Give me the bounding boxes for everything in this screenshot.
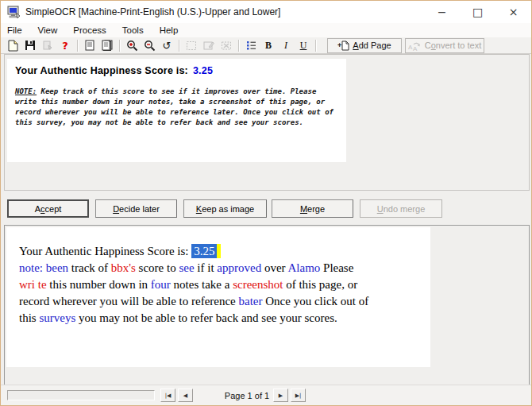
ocr-word: track of xyxy=(68,261,108,274)
add-page-icon: + xyxy=(337,41,349,51)
scanned-page-image[interactable]: Your Authentic Happiness Score is:3.25 N… xyxy=(7,59,346,162)
add-page-button[interactable]: + Add Page xyxy=(327,38,402,53)
maximize-button[interactable]: □ xyxy=(460,1,495,23)
scan-header-text: Your Authentic Happiness Score is: xyxy=(15,65,188,76)
toolbar-separator xyxy=(179,40,179,52)
save-icon[interactable] xyxy=(21,39,39,52)
ocr-text-area[interactable]: Your Authentic Happiness Score is: 3.25 … xyxy=(6,227,430,367)
scan-score: 3.25 xyxy=(193,65,213,76)
next-page-button[interactable]: ▶ xyxy=(273,389,288,402)
app-icon xyxy=(7,6,21,19)
open-page-icon[interactable] xyxy=(81,39,98,52)
first-page-button[interactable]: |◀ xyxy=(160,389,175,402)
menu-help[interactable]: Help xyxy=(160,24,185,37)
window-title: SimpleOCR [Machine-Print-English (U.S.)-… xyxy=(25,6,280,17)
convert-to-text-label: Convert to text xyxy=(425,41,482,50)
accept-button[interactable]: Accept xyxy=(7,199,89,218)
zoom-out-icon[interactable] xyxy=(141,39,158,52)
ocr-word: bbx's xyxy=(108,261,136,274)
ocr-word: note: been xyxy=(19,261,68,274)
undo-merge-button[interactable]: Undo merge xyxy=(360,199,442,218)
scan-note-line: this survey, you may not be able to refe… xyxy=(15,118,346,128)
ocr-word: of this page, or xyxy=(283,278,357,291)
progress-strip xyxy=(7,390,155,400)
status-bar: |◀ ◀ Page 1 of 1 ▶ ▶| xyxy=(1,385,531,405)
score-highlight[interactable]: 3.25 xyxy=(191,244,221,258)
svg-text:A: A xyxy=(413,45,418,51)
toolbar: ? ↺ B I U xyxy=(1,37,531,54)
menu-file[interactable]: File xyxy=(7,24,29,37)
rotate-icon[interactable]: ↺ xyxy=(158,39,175,52)
minimize-button[interactable]: − xyxy=(424,1,460,23)
toolbar-separator xyxy=(77,40,78,52)
merge-button[interactable]: Merge xyxy=(272,199,353,218)
ocr-word: see xyxy=(176,261,195,274)
scan-note-line: record wherever you will be able to refe… xyxy=(15,107,346,118)
scanned-image-panel: Your Authentic Happiness Score is:3.25 N… xyxy=(4,54,530,191)
ocr-word: four xyxy=(148,278,171,291)
menu-tools[interactable]: Tools xyxy=(122,24,150,37)
ocr-line: this surveys you may not be able to refe… xyxy=(19,310,430,327)
ocr-word: Please xyxy=(320,261,353,274)
svg-text:+: + xyxy=(337,41,341,49)
add-page-label: Add Page xyxy=(353,41,391,50)
ocr-word: you may not be able to refer back and se… xyxy=(75,311,337,324)
ocr-lines: note: been track of bbx's score to see i… xyxy=(19,260,430,327)
previous-page-button[interactable]: ◀ xyxy=(178,389,193,402)
ocr-word: Alamo xyxy=(286,261,321,274)
menu-view[interactable]: View xyxy=(38,24,64,37)
list-format-icon[interactable] xyxy=(242,39,260,52)
toolbar-separator xyxy=(315,40,316,52)
toolbar-separator xyxy=(119,40,120,52)
toolbar-separator xyxy=(238,40,239,52)
ocr-word: this xyxy=(19,311,37,324)
last-page-button[interactable]: ▶| xyxy=(291,389,306,402)
help-icon[interactable]: ? xyxy=(56,39,74,52)
ocr-line: record wherever you will be able to refe… xyxy=(19,293,430,310)
zoom-in-icon[interactable] xyxy=(123,39,141,52)
app-window: SimpleOCR [Machine-Print-English (U.S.)-… xyxy=(0,0,532,406)
new-document-icon[interactable] xyxy=(4,39,21,52)
underline-icon[interactable]: U xyxy=(295,39,312,52)
convert-to-text-icon: AA xyxy=(408,41,422,51)
delete-area-icon[interactable] xyxy=(218,39,235,52)
ocr-word: if it xyxy=(195,261,214,274)
ocr-word: over xyxy=(261,261,285,274)
ocr-line: wri te this number down in four notes ta… xyxy=(19,276,430,293)
select-area-icon[interactable] xyxy=(183,39,200,52)
ocr-word: this number down in xyxy=(47,278,148,291)
ocr-word: wri te xyxy=(19,278,47,291)
ocr-word: screenshot xyxy=(229,278,283,291)
scan-icon[interactable] xyxy=(39,39,56,52)
score-selected-value: 3.25 xyxy=(191,244,217,258)
scan-note-paragraph: NOTE: Keep track of this score to see if… xyxy=(7,87,346,128)
menu-process[interactable]: Process xyxy=(73,24,113,37)
ocr-word: approved xyxy=(214,261,262,274)
keep-as-image-button[interactable]: Keep as image xyxy=(183,199,267,218)
italic-icon[interactable]: I xyxy=(277,39,295,52)
menu-bar: File View Process Tools Help xyxy=(1,23,531,37)
bold-icon[interactable]: B xyxy=(260,39,277,52)
scan-note-label: NOTE: xyxy=(15,87,37,95)
scan-header: Your Authentic Happiness Score is:3.25 xyxy=(7,59,346,76)
convert-to-text-button[interactable]: AA Convert to text xyxy=(405,38,484,53)
ocr-result-panel: Your Authentic Happiness Score is: 3.25 … xyxy=(4,225,530,385)
ocr-line: note: been track of bbx's score to see i… xyxy=(19,260,430,276)
title-bar: SimpleOCR [Machine-Print-English (U.S.)-… xyxy=(1,1,531,23)
scan-note-line: NOTE: Keep track of this score to see if… xyxy=(15,87,346,97)
ocr-word: record wherever you will be able to refe… xyxy=(19,295,236,307)
ocr-line1-prefix: Your Authentic Happiness Score is: xyxy=(19,245,191,257)
ocr-word: surveys xyxy=(37,311,76,324)
edit-area-icon[interactable] xyxy=(200,39,218,52)
ocr-word: score to xyxy=(136,261,176,274)
ocr-line-1: Your Authentic Happiness Score is: 3.25 xyxy=(19,243,430,260)
ocr-word: notes take a xyxy=(171,278,230,291)
close-button[interactable]: × xyxy=(495,1,531,23)
scan-note-line: write this number down in your notes, ta… xyxy=(15,97,346,107)
ocr-word: Once you click out of xyxy=(263,295,369,307)
action-button-row: Accept Decide later Keep as image Merge … xyxy=(1,198,531,220)
pages-stack-icon[interactable] xyxy=(98,39,116,52)
ocr-word: bater xyxy=(236,295,263,307)
decide-later-button[interactable]: Decide later xyxy=(95,199,177,218)
